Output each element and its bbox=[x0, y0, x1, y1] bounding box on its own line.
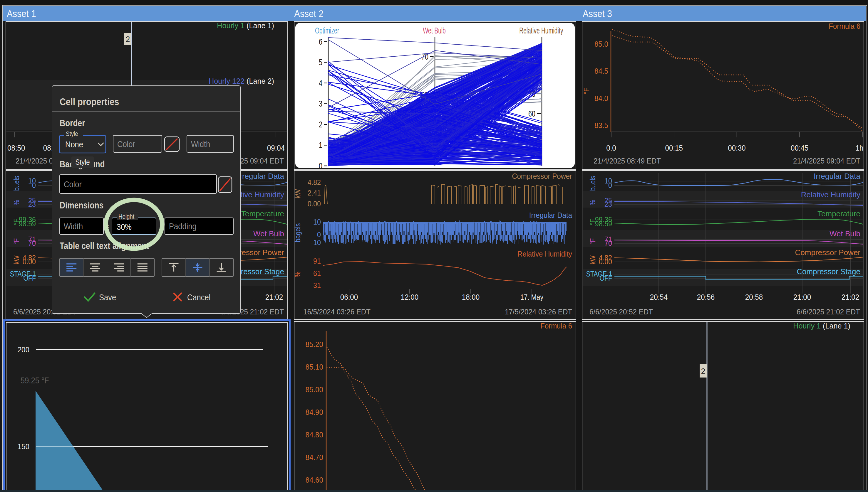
svg-text:21:02: 21:02 bbox=[265, 293, 283, 301]
svg-text:70: 70 bbox=[421, 52, 428, 62]
svg-text:Temperature: Temperature bbox=[818, 209, 860, 218]
svg-text:2: 2 bbox=[701, 367, 705, 376]
svg-text:59.25 °F: 59.25 °F bbox=[21, 375, 49, 385]
svg-text:85.10: 85.10 bbox=[306, 363, 324, 371]
svg-text:Formula 6: Formula 6 bbox=[540, 321, 572, 330]
svg-text:23: 23 bbox=[605, 200, 612, 208]
svg-text:Height: Height bbox=[118, 213, 134, 220]
svg-text:4: 4 bbox=[319, 78, 322, 88]
svg-text:Border: Border bbox=[60, 118, 85, 128]
svg-text:Wet Bulb: Wet Bulb bbox=[253, 229, 284, 238]
svg-text:1h: 1h bbox=[856, 144, 864, 152]
svg-text:00:30: 00:30 bbox=[728, 144, 746, 152]
svg-text:Padding: Padding bbox=[169, 221, 196, 231]
svg-text:1: 1 bbox=[319, 140, 322, 150]
svg-text:°F: °F bbox=[12, 238, 21, 245]
svg-text:4.82: 4.82 bbox=[308, 178, 321, 187]
svg-text:Width: Width bbox=[191, 139, 210, 149]
svg-text:Color: Color bbox=[64, 179, 82, 189]
svg-text:OFF: OFF bbox=[600, 274, 612, 282]
svg-text:6/6/2025 20:52 EDT: 6/6/2025 20:52 EDT bbox=[589, 308, 653, 316]
svg-text:%: % bbox=[589, 200, 597, 205]
svg-text:0.00: 0.00 bbox=[23, 257, 36, 266]
svg-text:°F: °F bbox=[589, 219, 597, 225]
svg-text:21/4/2025 08:49 EDT: 21/4/2025 08:49 EDT bbox=[593, 156, 661, 165]
svg-text:12:00: 12:00 bbox=[401, 293, 419, 301]
svg-text:20:56: 20:56 bbox=[697, 293, 715, 301]
svg-text:84.60: 84.60 bbox=[306, 475, 324, 484]
svg-text:98.59: 98.59 bbox=[595, 220, 612, 228]
svg-text:Hourly 122: Hourly 122 bbox=[209, 77, 244, 85]
svg-text:Hourly 1: Hourly 1 bbox=[793, 321, 821, 330]
svg-text:09:04: 09:04 bbox=[267, 144, 285, 152]
svg-text:Style: Style bbox=[66, 130, 78, 138]
svg-text:Asset 3: Asset 3 bbox=[583, 8, 612, 19]
svg-text:0.00: 0.00 bbox=[599, 257, 612, 266]
svg-text:85.0: 85.0 bbox=[594, 40, 608, 48]
svg-text:Dimensions: Dimensions bbox=[60, 200, 103, 211]
svg-text:°F: °F bbox=[582, 88, 591, 94]
svg-text:Hourly 1: Hourly 1 bbox=[217, 21, 244, 30]
svg-text:Compressor Power: Compressor Power bbox=[512, 172, 572, 180]
svg-text:70: 70 bbox=[28, 239, 36, 247]
svg-text:2.41: 2.41 bbox=[308, 189, 321, 197]
svg-text:Irregular Data: Irregular Data bbox=[529, 211, 572, 220]
svg-text:150: 150 bbox=[18, 442, 29, 451]
svg-text:17. May: 17. May bbox=[520, 293, 544, 301]
svg-text:21:02: 21:02 bbox=[842, 293, 860, 301]
svg-text:98.59: 98.59 bbox=[19, 220, 36, 228]
svg-text:61: 61 bbox=[313, 269, 321, 277]
svg-text:0.00: 0.00 bbox=[308, 200, 321, 208]
svg-text:Asset 1: Asset 1 bbox=[7, 8, 36, 19]
svg-text:°F: °F bbox=[589, 238, 597, 245]
svg-text:Relative Humidity: Relative Humidity bbox=[517, 249, 572, 258]
svg-text:0: 0 bbox=[319, 161, 322, 171]
svg-text:(Lane 2): (Lane 2) bbox=[244, 77, 274, 85]
svg-text:10: 10 bbox=[313, 218, 321, 226]
svg-text:Cell properties: Cell properties bbox=[60, 96, 119, 107]
svg-text:30%: 30% bbox=[117, 222, 132, 231]
svg-text:84.5: 84.5 bbox=[594, 67, 608, 75]
svg-text:%: % bbox=[293, 272, 302, 277]
svg-text:Compressor Power: Compressor Power bbox=[795, 248, 861, 257]
svg-text:%: % bbox=[12, 200, 21, 205]
svg-text:Relative Humidity: Relative Humidity bbox=[801, 190, 860, 199]
svg-text:83.5: 83.5 bbox=[594, 121, 608, 130]
svg-text:kW: kW bbox=[293, 189, 302, 198]
svg-text:3: 3 bbox=[319, 99, 322, 108]
svg-text:21:00: 21:00 bbox=[793, 293, 811, 301]
svg-text:Width: Width bbox=[64, 221, 83, 231]
svg-text:200: 200 bbox=[18, 345, 29, 354]
svg-text:84.90: 84.90 bbox=[306, 408, 324, 417]
svg-text:2: 2 bbox=[126, 35, 130, 44]
svg-text:Irregular Data: Irregular Data bbox=[814, 172, 860, 180]
svg-text:84.0: 84.0 bbox=[594, 94, 608, 103]
svg-text:06:00: 06:00 bbox=[340, 293, 358, 301]
svg-text:20:54: 20:54 bbox=[650, 293, 668, 301]
svg-text:00:15: 00:15 bbox=[665, 144, 683, 152]
svg-text:2: 2 bbox=[319, 120, 322, 129]
svg-text:0: 0 bbox=[608, 181, 612, 189]
svg-text:OFF: OFF bbox=[24, 274, 36, 282]
svg-text:85.20: 85.20 bbox=[306, 340, 324, 349]
svg-text:Style: Style bbox=[75, 158, 90, 167]
svg-text:70: 70 bbox=[605, 239, 612, 247]
svg-text:b..els: b..els bbox=[589, 176, 597, 191]
svg-text:Compressor Stage: Compressor Stage bbox=[797, 267, 860, 276]
svg-text:08:50: 08:50 bbox=[7, 144, 25, 152]
svg-text:0: 0 bbox=[317, 230, 321, 239]
svg-text:kW: kW bbox=[12, 255, 21, 265]
svg-text:kW: kW bbox=[589, 255, 597, 265]
svg-text:6/6/2025 21:02 EDT: 6/6/2025 21:02 EDT bbox=[797, 308, 860, 316]
svg-text:23: 23 bbox=[28, 200, 36, 208]
svg-text:Save: Save bbox=[99, 292, 116, 302]
svg-text:(Lane 1): (Lane 1) bbox=[244, 21, 274, 30]
svg-text:bagels: bagels bbox=[293, 223, 302, 242]
svg-text:None: None bbox=[65, 140, 83, 149]
svg-text:6: 6 bbox=[319, 37, 322, 46]
svg-text:5: 5 bbox=[319, 57, 322, 67]
svg-text:Temperature: Temperature bbox=[241, 209, 284, 218]
svg-text:91: 91 bbox=[313, 257, 321, 265]
svg-text:Optimizer: Optimizer bbox=[315, 26, 339, 35]
svg-text:°F: °F bbox=[12, 219, 21, 225]
